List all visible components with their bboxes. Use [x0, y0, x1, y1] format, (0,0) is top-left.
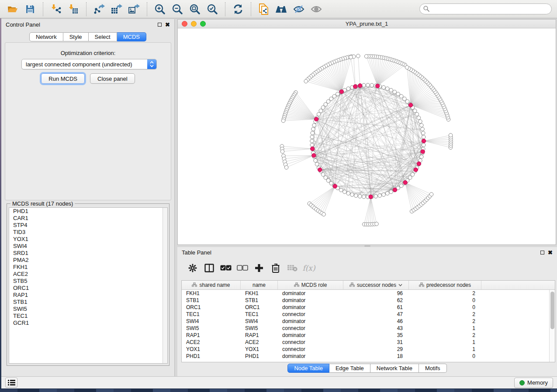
mcds-result-list[interactable]: PHD1CAR1STP4TID3YOX1SWI4SRD1PMA2FKH1ACE2… — [9, 207, 168, 364]
table-scrollbar[interactable] — [549, 290, 555, 362]
mcds-hub-node[interactable] — [339, 89, 343, 93]
mcds-hub-node[interactable] — [312, 153, 316, 157]
network-node[interactable] — [358, 194, 362, 198]
export-table-icon[interactable] — [108, 2, 125, 16]
float-panel-icon[interactable] — [158, 23, 162, 27]
table-row[interactable]: SWI5SWI5connector431 — [182, 325, 549, 332]
network-node[interactable] — [346, 192, 350, 196]
mcds-result-item[interactable]: PHD1 — [9, 208, 167, 215]
export-network-icon[interactable] — [90, 2, 108, 16]
network-node[interactable] — [326, 179, 330, 182]
network-node[interactable] — [354, 194, 358, 198]
tab-network[interactable]: Network — [29, 32, 63, 41]
network-node[interactable] — [422, 143, 426, 147]
network-node[interactable] — [389, 190, 393, 194]
memory-button[interactable]: Memory — [514, 378, 553, 388]
network-node[interactable] — [382, 193, 386, 197]
select-all-icon[interactable] — [220, 262, 232, 274]
network-node[interactable] — [405, 100, 409, 103]
network-node[interactable] — [420, 155, 424, 159]
column-header-shared-name[interactable]: shared name — [182, 281, 241, 289]
network-node[interactable] — [280, 150, 284, 154]
mcds-hub-node[interactable] — [314, 117, 318, 121]
network-node[interactable] — [399, 184, 403, 188]
search-input[interactable] — [419, 3, 552, 14]
network-node[interactable] — [312, 124, 316, 127]
tab-node-table[interactable]: Node Table — [287, 364, 329, 373]
refresh-icon[interactable] — [229, 2, 247, 16]
network-node[interactable] — [326, 100, 330, 103]
show-all-icon[interactable] — [308, 2, 325, 16]
run-mcds-button[interactable]: Run MCDS — [41, 73, 85, 84]
delete-column-icon[interactable] — [270, 262, 282, 274]
network-node[interactable] — [362, 195, 366, 199]
table-row[interactable]: ORC1ORC1dominator610 — [182, 304, 549, 311]
network-node[interactable] — [364, 55, 368, 58]
network-node[interactable] — [315, 162, 319, 166]
mcds-hub-node[interactable] — [408, 103, 412, 107]
network-node[interactable] — [370, 83, 374, 87]
table-settings-icon[interactable] — [187, 262, 199, 274]
network-node[interactable] — [339, 188, 343, 192]
mcds-hub-node[interactable] — [311, 147, 315, 151]
mcds-hub-node[interactable] — [353, 85, 357, 89]
network-node[interactable] — [419, 120, 422, 124]
export-image-icon[interactable] — [125, 2, 143, 16]
zoom-in-icon[interactable] — [151, 2, 169, 16]
table-row[interactable]: TEC1TEC1connector472 — [182, 311, 549, 318]
network-node[interactable] — [317, 112, 321, 116]
network-node[interactable] — [429, 193, 433, 196]
network-node[interactable] — [321, 106, 325, 110]
tab-select[interactable]: Select — [89, 32, 117, 41]
mcds-result-item[interactable]: STB5 — [9, 278, 167, 285]
mcds-result-item[interactable]: SWI4 — [9, 243, 167, 250]
network-node[interactable] — [310, 135, 314, 139]
tab-network-table[interactable]: Network Table — [370, 364, 419, 373]
network-node[interactable] — [396, 92, 400, 96]
network-node[interactable] — [311, 131, 315, 135]
network-node[interactable] — [310, 143, 314, 147]
table-scrollbar-thumb[interactable] — [550, 292, 554, 329]
save-session-icon[interactable] — [21, 2, 39, 16]
network-node[interactable] — [421, 131, 425, 135]
mcds-result-item[interactable]: STB1 — [9, 299, 167, 306]
column-header-successor-nodes[interactable]: successor nodes — [343, 281, 409, 289]
network-node[interactable] — [374, 194, 378, 198]
mcds-result-item[interactable]: TID3 — [9, 229, 167, 236]
table-row[interactable]: YOX1YOX1connector291 — [182, 346, 549, 353]
tab-edge-table[interactable]: Edge Table — [329, 364, 370, 373]
mcds-result-item[interactable]: RAP1 — [9, 292, 167, 299]
import-network-icon[interactable] — [47, 2, 65, 16]
network-node[interactable] — [346, 87, 350, 91]
tab-mcds[interactable]: MCDS — [117, 32, 146, 41]
mcds-hub-node[interactable] — [417, 162, 421, 165]
mcds-hub-node[interactable] — [421, 150, 425, 154]
network-node[interactable] — [319, 109, 323, 113]
mcds-list-scrollbar[interactable] — [163, 208, 167, 363]
zoom-selected-icon[interactable] — [204, 2, 221, 16]
mcds-result-item[interactable]: SWI5 — [9, 306, 167, 313]
close-table-panel-icon[interactable]: ✖ — [548, 251, 553, 254]
network-node[interactable] — [413, 109, 417, 113]
mcds-hub-node[interactable] — [376, 84, 380, 88]
network-node[interactable] — [420, 124, 424, 127]
close-panel-button[interactable]: Close panel — [90, 73, 135, 84]
column-selector-icon[interactable] — [203, 262, 215, 274]
import-table-icon[interactable] — [65, 2, 82, 16]
table-row[interactable]: ACE2ACE2connector311 — [182, 339, 549, 346]
tab-style[interactable]: Style — [63, 32, 89, 41]
network-node[interactable] — [281, 119, 285, 123]
open-file-icon[interactable] — [4, 2, 21, 16]
network-node[interactable] — [366, 83, 370, 87]
mcds-result-item[interactable]: PMA2 — [9, 257, 167, 264]
network-node[interactable] — [393, 90, 397, 94]
network-node[interactable] — [411, 172, 415, 176]
network-graph[interactable] — [178, 28, 556, 244]
table-row[interactable]: SWI4SWI4dominator462 — [182, 318, 549, 325]
mcds-result-item[interactable]: TEC1 — [9, 313, 167, 320]
network-node[interactable] — [284, 165, 288, 169]
network-node[interactable] — [362, 83, 366, 87]
mcds-hub-node[interactable] — [358, 84, 362, 88]
deselect-all-icon[interactable] — [236, 262, 249, 274]
mcds-hub-node[interactable] — [422, 139, 426, 143]
